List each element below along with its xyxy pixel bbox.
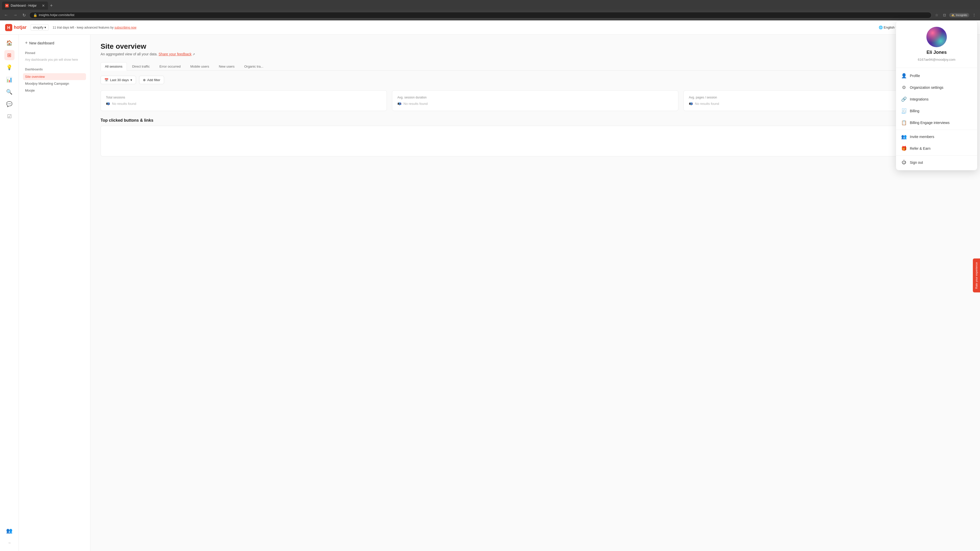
puzzle-icon: 🔗 — [901, 97, 907, 102]
dropdown-item-signout[interactable]: ⏻ Sign out — [896, 157, 977, 168]
user-email: 6167ae94@moodjoy.com — [918, 58, 955, 62]
billing-engage-icon: 📋 — [901, 120, 907, 125]
user-header: Eli Jones 6167ae94@moodjoy.com — [896, 21, 977, 68]
dropdown-item-integrations[interactable]: 🔗 Integrations — [896, 94, 977, 105]
user-avatar-large — [926, 27, 947, 47]
dropdown-item-refer[interactable]: 🎁 Refer & Earn — [896, 143, 977, 154]
dropdown-item-billing-engage[interactable]: 📋 Billing Engage interviews — [896, 117, 977, 129]
dropdown-overlay[interactable] — [0, 0, 980, 551]
gear-icon: ⚙ — [901, 85, 907, 90]
dropdown-item-profile[interactable]: 👤 Profile — [896, 70, 977, 82]
gift-icon: 🎁 — [901, 146, 907, 151]
billing-icon: 🧾 — [901, 108, 907, 114]
person-icon: 👤 — [901, 73, 907, 79]
invite-icon: 👥 — [901, 134, 907, 140]
dropdown-menu: 👤 Profile ⚙ Organization settings 🔗 Inte… — [896, 68, 977, 170]
dropdown-item-billing[interactable]: 🧾 Billing — [896, 105, 977, 117]
user-name: Eli Jones — [926, 50, 947, 55]
dropdown-item-org-settings[interactable]: ⚙ Organization settings — [896, 82, 977, 94]
user-avatar-image — [926, 27, 947, 47]
dropdown-item-invite[interactable]: 👥 Invite members — [896, 131, 977, 143]
power-icon: ⏻ — [901, 160, 907, 165]
user-dropdown: Eli Jones 6167ae94@moodjoy.com 👤 Profile… — [896, 21, 977, 170]
